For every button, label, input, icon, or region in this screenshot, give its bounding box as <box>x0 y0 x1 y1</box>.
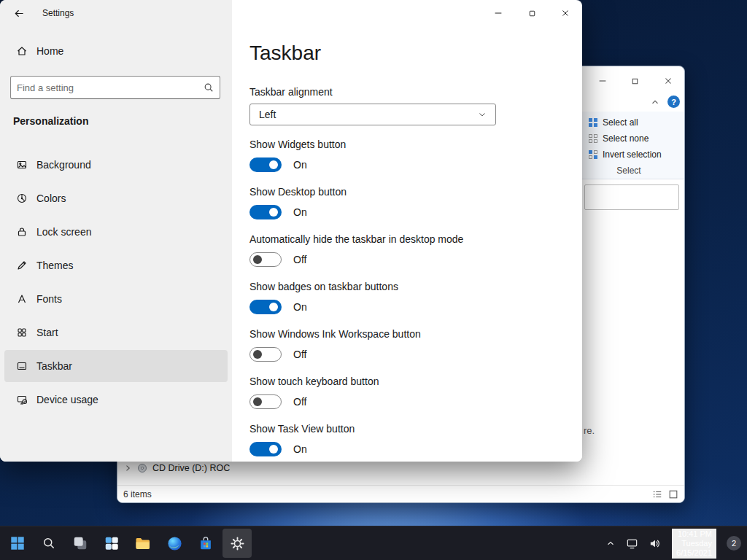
sidebar-item-label: Start <box>36 327 58 338</box>
sidebar-item-colors[interactable]: Colors <box>4 182 228 214</box>
task-view-icon <box>72 535 88 551</box>
sidebar-item-background[interactable]: Background <box>4 149 228 181</box>
settings-titlebar: Settings <box>0 0 74 26</box>
search-input[interactable] <box>11 82 204 93</box>
sidebar-item-start[interactable]: Start <box>4 316 228 349</box>
toggle-label: Show badges on taskbar buttons <box>249 281 565 293</box>
sidebar-item-lock-screen[interactable]: Lock screen <box>4 216 228 248</box>
sidebar-item-home[interactable]: Home <box>4 38 228 64</box>
toggle-show-desktop[interactable] <box>249 205 282 219</box>
toggle-task-view[interactable] <box>249 442 282 456</box>
volume-button[interactable] <box>645 529 665 558</box>
sidebar-item-label: Fonts <box>36 293 62 305</box>
explorer-status-bar: 6 items <box>117 485 684 502</box>
file-explorer-button[interactable] <box>128 529 158 558</box>
sidebar-item-label: Taskbar <box>36 360 72 372</box>
maximize-button[interactable] <box>619 66 651 96</box>
maximize-button[interactable] <box>515 0 549 26</box>
taskbar-alignment-dropdown[interactable]: Left <box>249 104 496 125</box>
explorer-search-box[interactable] <box>584 184 679 210</box>
settings-app-button[interactable] <box>222 529 252 558</box>
maximize-icon <box>630 77 640 86</box>
file-row-label: CD Drive (D:) ROC <box>152 463 230 473</box>
close-button[interactable] <box>549 0 582 26</box>
toggle-auto-hide[interactable] <box>249 252 282 267</box>
select-group-caption: Select <box>588 166 670 176</box>
store-icon <box>198 535 214 551</box>
clock-day: Tuesday <box>676 539 712 548</box>
invert-selection-label: Invert selection <box>603 149 662 160</box>
minimize-button[interactable] <box>481 0 515 26</box>
start-button[interactable] <box>3 529 32 558</box>
dropdown-value: Left <box>259 109 276 120</box>
clock-time: 10:41 PM <box>676 529 712 539</box>
select-all-icon <box>588 117 598 128</box>
toggle-label: Show Widgets button <box>249 139 565 151</box>
home-icon <box>16 45 28 57</box>
ribbon-help-row: ? <box>650 96 680 108</box>
invert-selection-button[interactable]: Invert selection <box>588 147 670 163</box>
setting-group-task-view: Show Task View button On <box>249 423 565 457</box>
minimize-button[interactable] <box>586 66 619 96</box>
toggle-label: Show touch keyboard button <box>249 376 565 388</box>
clock-date: 6/15/2021 <box>676 548 712 558</box>
clock[interactable]: 10:41 PM Tuesday 6/15/2021 <box>672 529 716 559</box>
sidebar-item-label: Themes <box>36 260 74 271</box>
section-personalization: Personalization <box>13 115 88 127</box>
sidebar-item-label: Background <box>36 159 91 171</box>
sidebar-item-taskbar[interactable]: Taskbar <box>4 350 228 382</box>
sidebar-item-label: Lock screen <box>36 226 91 238</box>
settings-window-controls <box>481 0 582 26</box>
start-menu-icon <box>16 327 28 338</box>
settings-gear-icon <box>230 536 245 551</box>
taskbar-search-button[interactable] <box>34 529 63 558</box>
toggle-state: Off <box>293 396 306 408</box>
back-button[interactable] <box>4 0 34 26</box>
minimize-icon <box>493 8 503 18</box>
toggle-show-widgets[interactable] <box>249 158 282 172</box>
file-explorer-icon <box>134 534 152 552</box>
device-usage-icon <box>16 394 28 405</box>
colors-icon <box>16 192 28 204</box>
select-all-label: Select all <box>603 117 638 128</box>
preview-pane-text: re. <box>584 425 595 436</box>
toggle-state: Off <box>293 349 306 360</box>
select-none-button[interactable]: Select none <box>588 131 670 147</box>
toggle-state: Off <box>293 254 306 265</box>
notification-badge[interactable]: 2 <box>727 536 741 551</box>
close-button[interactable] <box>651 66 684 96</box>
sidebar-item-fonts[interactable]: Fonts <box>4 283 228 315</box>
toggle-touch-keyboard[interactable] <box>249 394 282 409</box>
widgets-icon <box>104 535 120 551</box>
toggle-badges[interactable] <box>249 300 282 314</box>
setting-group-badges: Show badges on taskbar buttons On <box>249 281 565 315</box>
toggle-label: Show Windows Ink Workspace button <box>249 328 565 341</box>
lock-screen-icon <box>16 226 28 238</box>
store-button[interactable] <box>191 529 220 558</box>
window-title: Settings <box>42 8 74 18</box>
minimize-icon <box>597 76 608 86</box>
details-view-icon[interactable] <box>652 489 662 499</box>
thumbnail-view-icon[interactable] <box>668 489 678 499</box>
toggle-label: Show Task View button <box>249 423 565 435</box>
ribbon-collapse-button[interactable] <box>650 97 660 107</box>
network-button[interactable] <box>622 529 642 558</box>
sidebar-item-device-usage[interactable]: Device usage <box>4 384 228 416</box>
system-taskbar: 10:41 PM Tuesday 6/15/2021 2 <box>0 526 747 560</box>
sidebar-item-themes[interactable]: Themes <box>4 249 228 281</box>
toggle-state: On <box>293 159 307 171</box>
network-icon <box>626 537 638 550</box>
sidebar-item-label: Home <box>36 45 63 57</box>
search-icon <box>204 82 214 93</box>
taskbar-icon <box>16 360 28 372</box>
settings-window: Settings Home Personalization Background <box>0 0 582 462</box>
help-button[interactable]: ? <box>667 96 680 108</box>
edge-button[interactable] <box>160 529 189 558</box>
widgets-button[interactable] <box>97 529 126 558</box>
task-view-button[interactable] <box>66 529 95 558</box>
page-title: Taskbar <box>249 41 565 66</box>
tray-overflow-button[interactable] <box>602 529 619 558</box>
select-all-button[interactable]: Select all <box>588 114 670 131</box>
sidebar-item-label: Device usage <box>36 394 98 405</box>
toggle-ink-workspace[interactable] <box>249 347 282 362</box>
